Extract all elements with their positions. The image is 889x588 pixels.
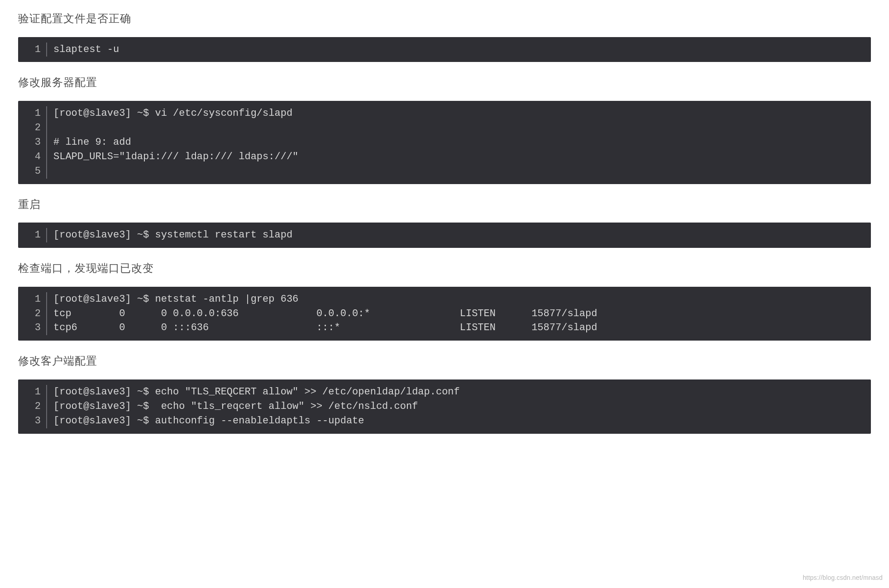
line-number: 1	[18, 106, 46, 121]
line-number: 4	[18, 150, 46, 164]
paragraph-verify-config: 验证配置文件是否正确	[18, 8, 871, 29]
code-content: [root@slave3] ~$ systemctl restart slapd	[47, 223, 871, 248]
line-number: 2	[18, 399, 46, 414]
line-number: 3	[18, 414, 46, 428]
line-number: 1	[18, 292, 46, 307]
line-numbers: 1	[18, 37, 46, 62]
line-number: 3	[18, 321, 46, 335]
code-block-restart: 1 [root@slave3] ~$ systemctl restart sla…	[18, 223, 871, 248]
code-content: [root@slave3] ~$ vi /etc/sysconfig/slapd…	[47, 101, 871, 184]
paragraph-check-port: 检查端口，发现端口已改变	[18, 258, 871, 279]
code-block-netstat: 123 [root@slave3] ~$ netstat -antlp |gre…	[18, 287, 871, 341]
line-number: 1	[18, 385, 46, 399]
paragraph-modify-server: 修改服务器配置	[18, 72, 871, 93]
line-number: 1	[18, 228, 46, 242]
line-number: 2	[18, 121, 46, 135]
paragraph-modify-client: 修改客户端配置	[18, 351, 871, 371]
code-block-slapd-config: 12345 [root@slave3] ~$ vi /etc/sysconfig…	[18, 101, 871, 184]
line-number: 1	[18, 43, 46, 57]
code-content: slaptest -u	[47, 37, 871, 62]
line-numbers: 12345	[18, 101, 46, 184]
code-content: [root@slave3] ~$ netstat -antlp |grep 63…	[47, 287, 871, 341]
code-block-slaptest: 1 slaptest -u	[18, 37, 871, 62]
line-number: 3	[18, 135, 46, 150]
code-content: [root@slave3] ~$ echo "TLS_REQCERT allow…	[47, 379, 871, 434]
line-number: 5	[18, 164, 46, 179]
line-numbers: 123	[18, 379, 46, 434]
line-numbers: 123	[18, 287, 46, 341]
line-number: 2	[18, 307, 46, 321]
line-numbers: 1	[18, 223, 46, 248]
paragraph-restart: 重启	[18, 194, 871, 215]
code-block-client-config: 123 [root@slave3] ~$ echo "TLS_REQCERT a…	[18, 379, 871, 434]
